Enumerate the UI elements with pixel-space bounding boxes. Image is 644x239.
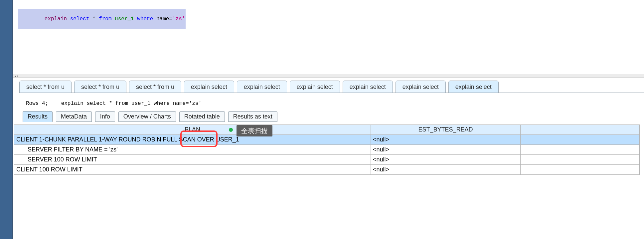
cell-plan: CLIENT 100 ROW LIMIT [14, 165, 371, 175]
cell-est: <null> [371, 155, 521, 165]
col-header-plan-label: PLAN [185, 126, 200, 133]
result-subtab-underline [23, 122, 644, 122]
subtab-metadata[interactable]: MetaData [56, 111, 92, 122]
history-tab[interactable]: select * from u [74, 81, 126, 93]
history-tab[interactable]: explain select [343, 81, 393, 93]
history-tab[interactable]: select * from u [129, 81, 181, 93]
sql-kw-from: from [99, 16, 111, 22]
cell-plan: SERVER FILTER BY NAME = 'zs' [14, 145, 371, 155]
result-subtabs: Results MetaData Info Overview / Charts … [23, 111, 641, 122]
subtab-rotated-table[interactable]: Rotated table [179, 111, 225, 122]
table-row[interactable]: SERVER 100 ROW LIMIT <null> [14, 155, 640, 165]
cell-extra [521, 165, 640, 175]
results-header-row: PLAN EST_BYTES_READ [14, 125, 640, 135]
sql-table: user_1 [115, 16, 134, 22]
table-row[interactable]: CLIENT 100 ROW LIMIT <null> [14, 165, 640, 175]
history-tab[interactable]: explain select [184, 81, 234, 93]
history-tab[interactable]: explain select [396, 81, 446, 93]
sql-kw-where: where [137, 16, 153, 22]
subtab-overview-charts[interactable]: Overview / Charts [118, 111, 176, 122]
main-area: explain select * from user_1 where name=… [13, 0, 644, 239]
cell-extra [521, 135, 640, 145]
cell-plan: CLIENT 1-CHUNK PARALLEL 1-WAY ROUND ROBI… [14, 135, 371, 145]
subtab-results[interactable]: Results [23, 111, 53, 122]
cell-extra [521, 145, 640, 155]
table-row[interactable]: CLIENT 1-CHUNK PARALLEL 1-WAY ROUND ROBI… [14, 135, 640, 145]
col-header-extra[interactable] [521, 125, 640, 135]
col-header-plan[interactable]: PLAN [14, 125, 371, 135]
splitter-grip-icon: ▴▾ [15, 75, 19, 78]
status-dot-icon [229, 128, 233, 132]
history-tab[interactable]: explain select [290, 81, 340, 93]
history-tab[interactable]: select * from u [19, 81, 72, 93]
row-count-label: Rows 4; [26, 101, 48, 107]
history-tab-underline [19, 93, 644, 93]
query-history-tabs: select * from u select * from u select *… [19, 80, 644, 93]
cell-extra [521, 155, 640, 165]
horizontal-splitter[interactable]: ▴▾ [13, 74, 644, 78]
cell-plan: SERVER 100 ROW LIMIT [14, 155, 371, 165]
history-tab[interactable]: explain select [237, 81, 287, 93]
result-status-line: Rows 4; explain select * from user_1 whe… [26, 100, 641, 109]
history-tab-active[interactable]: explain select [448, 81, 499, 93]
sql-kw-select: select [70, 16, 89, 22]
sql-editor[interactable]: explain select * from user_1 where name=… [13, 0, 644, 74]
sql-statement: explain select * from user_1 where name=… [18, 9, 186, 29]
col-header-est-bytes[interactable]: EST_BYTES_READ [371, 125, 521, 135]
left-sidebar [0, 0, 13, 239]
sql-string: 'zs' [172, 16, 185, 22]
annotation-tooltip: 全表扫描 [237, 125, 272, 136]
cell-est: <null> [371, 145, 521, 155]
results-table: PLAN EST_BYTES_READ CLIENT 1-CHUNK PARAL… [14, 124, 640, 175]
results-table-wrap: PLAN EST_BYTES_READ CLIENT 1-CHUNK PARAL… [14, 124, 644, 175]
sql-col-eq: name= [156, 16, 172, 22]
table-row[interactable]: SERVER FILTER BY NAME = 'zs' <null> [14, 145, 640, 155]
subtab-results-as-text[interactable]: Results as text [228, 111, 277, 122]
cell-est: <null> [371, 135, 521, 145]
cell-est: <null> [371, 165, 521, 175]
sql-star: * [92, 16, 96, 22]
subtab-info[interactable]: Info [95, 111, 115, 122]
sql-kw-explain: explain [45, 16, 67, 22]
status-query-echo: explain select * from user_1 where name=… [61, 101, 202, 107]
